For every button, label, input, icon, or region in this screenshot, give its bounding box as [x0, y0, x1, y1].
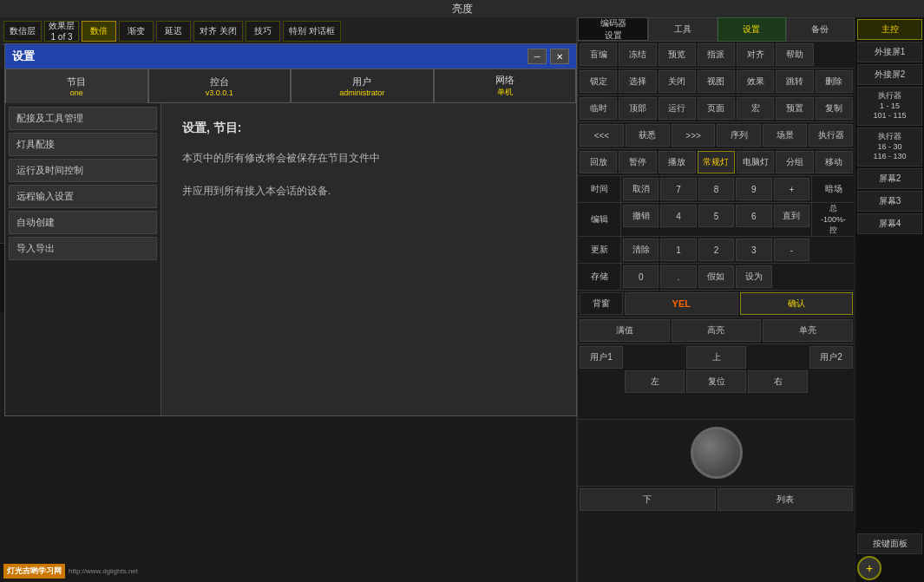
screen4-btn[interactable]: 屏幕4 [857, 213, 922, 234]
main-control-btn[interactable]: 主控 [857, 19, 922, 40]
screen3-btn[interactable]: 屏幕3 [857, 191, 922, 212]
jump-btn[interactable]: 跳转 [776, 70, 813, 93]
play-btn[interactable]: 播放 [659, 151, 696, 173]
dialog-tab-3[interactable]: 网络单机 [434, 69, 577, 103]
external-screen1-btn[interactable]: 外接屏1 [857, 42, 922, 62]
backup-btn[interactable]: 备份 [786, 17, 855, 42]
preview-btn[interactable]: 预览 [659, 43, 696, 66]
normal-light-btn[interactable]: 常规灯 [698, 151, 735, 173]
align-btn[interactable]: 对齐 [737, 43, 774, 66]
assign-btn[interactable]: 指派 [698, 43, 735, 66]
tips-btn[interactable]: 技巧 [246, 21, 280, 42]
n8-btn[interactable]: 8 [698, 178, 734, 200]
yel-btn[interactable]: YEL [625, 292, 738, 315]
setas-btn[interactable]: 设为 [736, 265, 771, 288]
nav-left-btn[interactable]: <<< [580, 124, 624, 147]
n3-btn[interactable]: 3 [736, 239, 771, 261]
tools-btn[interactable]: 工具 [648, 17, 717, 42]
run-btn[interactable]: 运行 [659, 97, 696, 120]
plus-btn[interactable]: + [774, 178, 809, 200]
logo-circle-btn[interactable]: + [857, 556, 881, 580]
n9-btn[interactable]: 9 [736, 178, 771, 200]
dialog-tab-0[interactable]: 节目one [5, 69, 148, 103]
down-btn[interactable]: 下 [580, 488, 716, 511]
nav-right-btn[interactable]: >>> [672, 124, 716, 147]
clear-btn[interactable]: 清除 [623, 239, 659, 261]
full-btn[interactable]: 满值 [580, 319, 670, 342]
minus-btn[interactable]: - [774, 239, 809, 261]
goto-btn[interactable]: 直到 [774, 205, 809, 227]
n7-btn[interactable]: 7 [660, 178, 696, 200]
n0-btn[interactable]: 0 [623, 265, 659, 288]
restore-btn[interactable]: 复位 [686, 370, 746, 393]
n5-btn[interactable]: 5 [698, 205, 734, 227]
encoder-settings-btn[interactable]: 编码器 设置 [578, 17, 648, 41]
page-btn[interactable]: 页面 [698, 97, 735, 120]
n6-btn[interactable]: 6 [736, 205, 771, 227]
sidebar-item-3[interactable]: 远程输入设置 [9, 185, 157, 208]
executor-btn[interactable]: 执行器 [809, 124, 853, 147]
sidebar-item-1[interactable]: 灯具配接 [9, 133, 157, 156]
scene-btn[interactable]: 场景 [763, 124, 807, 147]
left-btn[interactable]: 左 [625, 370, 685, 393]
back-btn[interactable]: 回放 [580, 151, 617, 173]
dialog-tab-2[interactable]: 用户administrator [291, 69, 434, 103]
top-btn[interactable]: 顶部 [619, 97, 656, 120]
preset-btn[interactable]: 预置 [776, 97, 813, 120]
delete-btn[interactable]: 删除 [816, 70, 853, 93]
computer-light-btn[interactable]: 电脑灯 [737, 151, 774, 173]
confirm-btn[interactable]: 确认 [740, 292, 854, 315]
pause-btn[interactable]: 暂停 [619, 151, 656, 173]
select-btn[interactable]: 选择 [619, 70, 656, 93]
right-btn[interactable]: 右 [748, 370, 808, 393]
copy-btn[interactable]: 复制 [816, 97, 853, 120]
high-btn[interactable]: 高亮 [672, 319, 762, 342]
fade-btn[interactable]: 渐变 [119, 21, 154, 42]
fetch-btn[interactable]: 获悉 [626, 124, 670, 147]
user2-btn[interactable]: 用户2 [809, 346, 853, 369]
double-btn[interactable]: 数倍 [82, 21, 116, 42]
n4-btn[interactable]: 4 [660, 205, 696, 227]
screen2-btn[interactable]: 屏幕2 [857, 168, 922, 189]
n1-btn[interactable]: 1 [660, 239, 696, 261]
sidebar-item-0[interactable]: 配接及工具管理 [9, 107, 157, 130]
temp-btn[interactable]: 临时 [580, 97, 617, 120]
settings-btn[interactable]: 设置 [718, 17, 786, 42]
ifso-btn[interactable]: 假如 [698, 265, 734, 288]
external-screen2-btn[interactable]: 外接屏2 [857, 64, 922, 85]
executor2-btn[interactable]: 执行器16 - 30116 - 130 [857, 128, 922, 167]
keypad-panel-btn[interactable]: 按键面板 [857, 533, 922, 554]
dialog-close-btn[interactable]: ✕ [550, 49, 569, 64]
blind-btn[interactable]: 盲编 [580, 43, 617, 66]
delay-btn[interactable]: 延迟 [156, 21, 191, 42]
single-btn[interactable]: 单亮 [763, 319, 853, 342]
cancel-btn[interactable]: 取消 [623, 178, 659, 200]
sidebar-item-4[interactable]: 自动创建 [9, 211, 157, 234]
executor1-btn[interactable]: 执行器1 - 15101 - 115 [857, 87, 922, 126]
effect-layer-btn[interactable]: 效果层 1 of 3 [44, 21, 79, 42]
up-btn[interactable]: 上 [686, 346, 746, 369]
freeze-btn[interactable]: 冻结 [619, 43, 656, 66]
lock-btn[interactable]: 锁定 [580, 70, 617, 93]
trackball[interactable] [691, 427, 743, 479]
sidebar-item-2[interactable]: 运行及时间控制 [9, 159, 157, 182]
undo-btn[interactable]: 撤销 [623, 205, 659, 227]
list-btn[interactable]: 列表 [718, 488, 854, 511]
close-btn[interactable]: 关闭 [659, 70, 696, 93]
dot-btn[interactable]: . [660, 265, 696, 288]
move-btn[interactable]: 移动 [816, 151, 853, 173]
macro-btn[interactable]: 宏 [737, 97, 774, 120]
dialog-tab-1[interactable]: 控台v3.0.0.1 [148, 69, 292, 103]
special-dialog-btn[interactable]: 特别 对话框 [283, 21, 341, 42]
sequence-btn[interactable]: 序列 [717, 124, 761, 147]
n2-btn[interactable]: 2 [698, 239, 734, 261]
align-close-btn[interactable]: 对齐 关闭 [193, 21, 243, 42]
dialog-minimize-btn[interactable]: ─ [528, 49, 547, 64]
effect-btn[interactable]: 效果 [737, 70, 774, 93]
info-layer-btn[interactable]: 数信层 [3, 21, 42, 42]
view-btn[interactable]: 视图 [698, 70, 735, 93]
help-btn[interactable]: 帮助 [776, 43, 813, 66]
group-btn[interactable]: 分组 [776, 151, 813, 173]
user1-btn[interactable]: 用户1 [580, 346, 623, 369]
sidebar-item-5[interactable]: 导入导出 [9, 237, 157, 260]
